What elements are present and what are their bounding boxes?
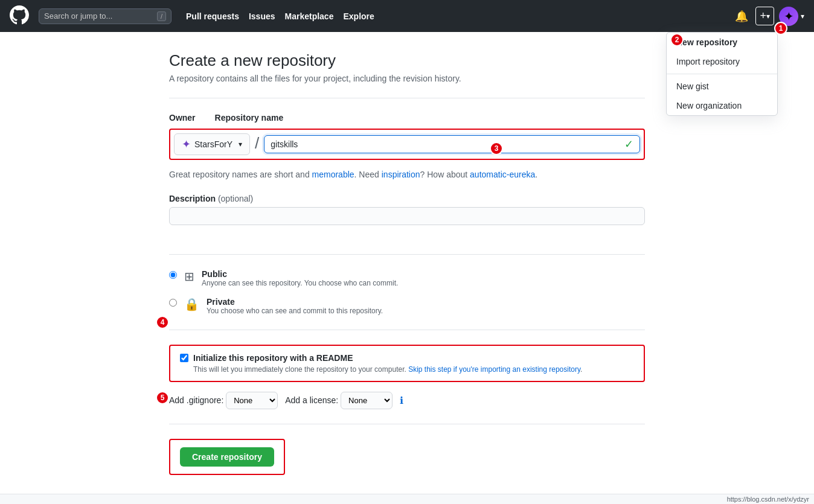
- repo-name-input-wrap: ✓: [264, 135, 640, 153]
- slash-separator: /: [255, 134, 259, 155]
- repo-name-input[interactable]: [264, 136, 618, 153]
- owner-name: StarsForY: [194, 139, 232, 149]
- public-text: Public Anyone can see this repository. Y…: [202, 269, 398, 287]
- repo-name-highlight-box: ✦ StarsForY ▾ / ✓: [169, 129, 645, 160]
- url-display: https://blog.csdn.net/x/ydzyr: [727, 496, 809, 503]
- private-text: Private You choose who can see and commi…: [207, 297, 383, 315]
- owner-label: Owner: [169, 113, 196, 123]
- public-radio[interactable]: [169, 271, 177, 279]
- public-option: ⊞ Public Anyone can see this repository.…: [169, 269, 645, 287]
- owner-select[interactable]: ✦ StarsForY ▾: [174, 133, 250, 155]
- gitignore-select-group: Add .gitignore: None: [169, 392, 278, 409]
- private-label: Private: [207, 297, 383, 307]
- license-select-group: Add a license: None: [285, 392, 393, 409]
- check-icon: ✓: [618, 138, 639, 151]
- main-content: Create a new repository A repository con…: [159, 32, 655, 504]
- navbar: Search or jump to... / Pull requests Iss…: [0, 0, 814, 32]
- caret-icon-user: ▾: [801, 12, 804, 21]
- description-input[interactable]: [169, 207, 645, 225]
- repo-name-hint: Great repository names are short and mem…: [169, 170, 645, 179]
- private-desc: You choose who can see and commit to thi…: [207, 307, 383, 315]
- description-optional: (optional): [218, 194, 253, 203]
- badge-5: 5: [156, 391, 169, 404]
- readme-desc: This will let you immediately clone the …: [180, 365, 634, 374]
- create-button-highlight-box: Create repository: [169, 439, 285, 475]
- inspiration-link[interactable]: inspiration: [382, 170, 420, 179]
- license-label: Add a license:: [285, 395, 338, 405]
- info-icon[interactable]: ℹ: [400, 395, 403, 406]
- nav-pull-requests[interactable]: Pull requests: [186, 11, 239, 21]
- divider-4: [169, 424, 645, 424]
- search-input[interactable]: Search or jump to... /: [39, 8, 171, 24]
- dropdown-import-repository[interactable]: Import repository: [667, 52, 777, 71]
- dropdown-new-repository[interactable]: New repository: [667, 33, 777, 52]
- section-divider: [169, 98, 645, 98]
- status-bar-url: https://blog.csdn.net/x/ydzyr: [727, 496, 809, 503]
- private-radio[interactable]: [169, 299, 177, 307]
- search-kbd: /: [157, 11, 166, 21]
- nav-marketplace[interactable]: Marketplace: [285, 11, 334, 21]
- badge-1: 1: [774, 22, 787, 35]
- nav-right: 🔔 + ▾ ✦ ▾: [732, 7, 804, 26]
- nav-links: Pull requests Issues Marketplace Explore: [186, 11, 374, 21]
- private-option: 🔒 Private You choose who can see and com…: [169, 297, 645, 315]
- readme-checkbox[interactable]: [180, 354, 188, 362]
- new-item-button[interactable]: + ▾: [755, 7, 774, 25]
- repo-name-label: Repository name: [215, 113, 284, 123]
- readme-label: Initialize this repository with a README: [193, 353, 353, 363]
- page-subtitle: A repository contains all the files for …: [169, 74, 645, 83]
- create-repository-button[interactable]: Create repository: [180, 447, 274, 467]
- caret-icon: ▾: [766, 12, 770, 21]
- plus-icon: +: [760, 10, 766, 22]
- public-icon: ⊞: [184, 269, 194, 284]
- gitignore-label: Add .gitignore:: [169, 395, 223, 405]
- visibility-options: ⊞ Public Anyone can see this repository.…: [169, 269, 645, 315]
- readme-checkbox-row: Initialize this repository with a README: [180, 353, 634, 363]
- license-select[interactable]: None: [341, 392, 393, 409]
- dropdown-divider: [667, 74, 777, 74]
- gitignore-select[interactable]: None: [226, 392, 278, 409]
- skip-link[interactable]: Skip this step if you're importing an ex…: [408, 365, 580, 374]
- extra-options-row: Add .gitignore: None Add a license: None…: [169, 392, 645, 409]
- suggestion-link[interactable]: automatic-eureka: [470, 170, 535, 179]
- divider-3: [169, 330, 645, 330]
- public-label: Public: [202, 269, 398, 279]
- public-desc: Anyone can see this repository. You choo…: [202, 279, 398, 287]
- github-logo[interactable]: [10, 5, 29, 27]
- readme-section: Initialize this repository with a README…: [169, 345, 645, 382]
- divider-2: [169, 254, 645, 255]
- description-label: Description (optional): [169, 194, 645, 203]
- notifications-button[interactable]: 🔔: [732, 7, 751, 25]
- badge-3: 3: [490, 142, 503, 155]
- search-placeholder-text: Search or jump to...: [44, 11, 112, 21]
- page-title: Create a new repository: [169, 51, 645, 70]
- nav-issues[interactable]: Issues: [249, 11, 275, 21]
- dropdown-new-gist[interactable]: New gist: [667, 77, 777, 96]
- nav-explore[interactable]: Explore: [343, 11, 374, 21]
- badge-2: 2: [670, 33, 684, 46]
- lock-icon: 🔒: [184, 297, 199, 311]
- memorable-link[interactable]: memorable: [312, 170, 354, 179]
- dropdown-new-organization[interactable]: New organization: [667, 96, 777, 115]
- badge-4: 4: [156, 316, 169, 329]
- new-item-dropdown: New repository Import repository New gis…: [666, 32, 778, 116]
- owner-caret: ▾: [239, 140, 242, 148]
- owner-icon: ✦: [182, 138, 191, 151]
- status-bar: https://blog.csdn.net/x/ydzyr: [0, 494, 814, 504]
